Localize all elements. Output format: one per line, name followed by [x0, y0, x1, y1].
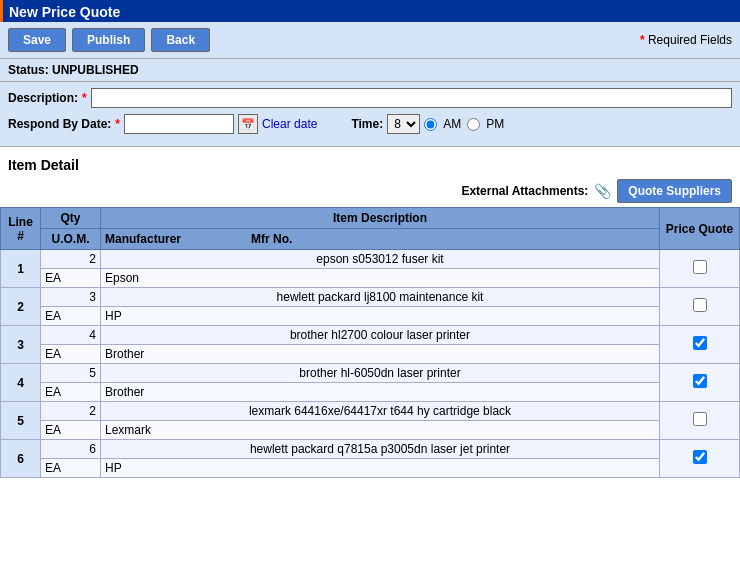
pm-radio[interactable]: [467, 118, 480, 131]
pm-label: PM: [486, 117, 504, 131]
am-radio[interactable]: [424, 118, 437, 131]
desc-cell-1: epson s053012 fuser kit: [101, 250, 660, 269]
mfr-cell-2: HP: [101, 307, 660, 326]
respond-by-date-input[interactable]: [124, 114, 234, 134]
uom-cell-5: EA: [41, 421, 101, 440]
external-attachments-label: External Attachments:: [461, 184, 588, 198]
toolbar: Save Publish Back * Required Fields: [0, 22, 740, 59]
pq-cell-4[interactable]: [660, 364, 740, 402]
uom-cell-6: EA: [41, 459, 101, 478]
uom-cell-2: EA: [41, 307, 101, 326]
pq-checkbox-5[interactable]: [693, 412, 707, 426]
qty-cell-4: 5: [41, 364, 101, 383]
uom-cell-1: EA: [41, 269, 101, 288]
line-cell-4: 4: [1, 364, 41, 402]
col-line-header: Line #: [1, 208, 41, 250]
col-desc-header: Item Description: [101, 208, 660, 229]
qty-cell-2: 3: [41, 288, 101, 307]
mfr-cell-3: Brother: [101, 345, 660, 364]
qty-cell-3: 4: [41, 326, 101, 345]
publish-button[interactable]: Publish: [72, 28, 145, 52]
desc-cell-6: hewlett packard q7815a p3005dn laser jet…: [101, 440, 660, 459]
pq-checkbox-2[interactable]: [693, 298, 707, 312]
clear-date-link[interactable]: Clear date: [262, 117, 317, 131]
pq-checkbox-1[interactable]: [693, 260, 707, 274]
am-label: AM: [443, 117, 461, 131]
col-mfr-header: Manufacturer: [105, 232, 181, 246]
description-row: Description: *: [8, 88, 732, 108]
status-bar: Status: UNPUBLISHED: [0, 59, 740, 82]
back-button[interactable]: Back: [151, 28, 210, 52]
pq-cell-3[interactable]: [660, 326, 740, 364]
desc-cell-2: hewlett packard lj8100 maintenance kit: [101, 288, 660, 307]
description-input[interactable]: [91, 88, 732, 108]
required-star: *: [640, 33, 645, 47]
line-cell-3: 3: [1, 326, 41, 364]
pq-cell-1[interactable]: [660, 250, 740, 288]
uom-cell-4: EA: [41, 383, 101, 402]
status-label: Status:: [8, 63, 49, 77]
time-select[interactable]: 8: [387, 114, 420, 134]
date-time-row: Respond By Date: * 📅 Clear date Time: 8 …: [8, 114, 732, 134]
pq-checkbox-3[interactable]: [693, 336, 707, 350]
col-pq-header: Price Quote: [660, 208, 740, 250]
form-section: Description: * Respond By Date: * 📅 Clea…: [0, 82, 740, 147]
qty-cell-5: 2: [41, 402, 101, 421]
paperclip-icon: 📎: [594, 183, 611, 199]
line-cell-5: 5: [1, 402, 41, 440]
description-label: Description:: [8, 91, 78, 105]
calendar-icon[interactable]: 📅: [238, 114, 258, 134]
col-qty-header: Qty: [41, 208, 101, 229]
description-required-star: *: [82, 91, 87, 105]
desc-cell-3: brother hl2700 colour laser printer: [101, 326, 660, 345]
line-cell-6: 6: [1, 440, 41, 478]
line-cell-2: 2: [1, 288, 41, 326]
line-cell-1: 1: [1, 250, 41, 288]
attachments-row: External Attachments: 📎 Quote Suppliers: [0, 179, 740, 207]
pq-cell-2[interactable]: [660, 288, 740, 326]
page-title: New Price Quote: [9, 4, 734, 20]
time-label: Time:: [351, 117, 383, 131]
pq-checkbox-4[interactable]: [693, 374, 707, 388]
mfr-cell-6: HP: [101, 459, 660, 478]
qty-cell-1: 2: [41, 250, 101, 269]
pq-checkbox-6[interactable]: [693, 450, 707, 464]
pq-cell-6[interactable]: [660, 440, 740, 478]
quote-suppliers-button[interactable]: Quote Suppliers: [617, 179, 732, 203]
col-uom-header: U.O.M.: [41, 229, 101, 250]
qty-cell-6: 6: [41, 440, 101, 459]
header-bar: New Price Quote: [0, 0, 740, 22]
items-table: Line # Qty Item Description Price Quote …: [0, 207, 740, 478]
date-required-star: *: [115, 117, 120, 131]
col-mfrno-header: Mfr No.: [251, 232, 292, 246]
respond-by-date-label: Respond By Date:: [8, 117, 111, 131]
pq-cell-5[interactable]: [660, 402, 740, 440]
desc-cell-4: brother hl-6050dn laser printer: [101, 364, 660, 383]
mfr-cell-1: Epson: [101, 269, 660, 288]
desc-cell-5: lexmark 64416xe/64417xr t644 hy cartridg…: [101, 402, 660, 421]
section-title: Item Detail: [0, 153, 740, 179]
mfr-cell-5: Lexmark: [101, 421, 660, 440]
item-detail-section: Item Detail External Attachments: 📎 Quot…: [0, 147, 740, 478]
uom-cell-3: EA: [41, 345, 101, 364]
status-value: UNPUBLISHED: [52, 63, 139, 77]
save-button[interactable]: Save: [8, 28, 66, 52]
time-section: Time: 8 AM PM: [351, 114, 504, 134]
am-pm-group: AM PM: [424, 117, 504, 131]
required-fields-label: * Required Fields: [640, 33, 732, 47]
mfr-cell-4: Brother: [101, 383, 660, 402]
